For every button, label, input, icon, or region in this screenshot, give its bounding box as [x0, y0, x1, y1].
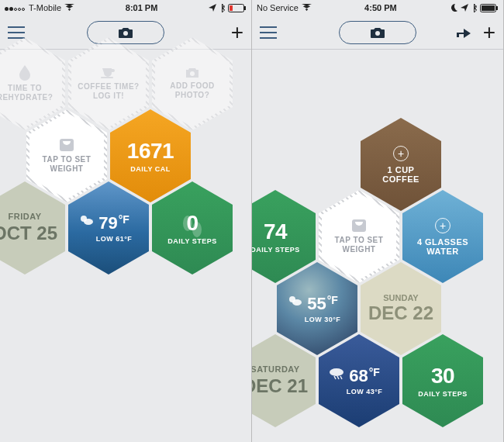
temp-value: 79	[98, 213, 117, 233]
hex-water[interactable]: + 4 GLASSES WATER	[402, 190, 483, 283]
plus-circle-icon: +	[435, 218, 450, 233]
hex-steps[interactable]: 0 DAILY STEPS	[152, 181, 233, 275]
water-drop-icon	[18, 65, 32, 81]
camera-icon	[117, 26, 134, 39]
coffee-label: 1 CUP COFFEE	[382, 165, 419, 184]
hex-add-food[interactable]: ADD FOOD PHOTO?	[152, 37, 233, 130]
temp-value: 55	[307, 294, 326, 313]
temp-value: 68	[349, 366, 368, 385]
temp-low: LOW 61°F	[96, 235, 133, 243]
temp-unit: °F	[369, 366, 380, 378]
hex-coffee[interactable]: + 1 CUP COFFEE	[361, 118, 441, 211]
cal-label: DAILY CAL	[130, 165, 171, 173]
wifi-icon	[302, 4, 312, 12]
camera-icon	[369, 26, 386, 39]
hex-daily-cal[interactable]: 1671 DAILY CAL	[110, 109, 191, 202]
bluetooth-icon	[219, 4, 225, 12]
plus-circle-icon: +	[393, 146, 409, 161]
scale-icon	[351, 219, 367, 233]
phone-right: No Service 4:50 PM + + 1 CUP COFFEE 74 D…	[252, 0, 504, 442]
svg-rect-1	[244, 6, 246, 10]
wifi-icon	[64, 4, 74, 12]
scale-icon	[59, 138, 74, 152]
temp-low: LOW 30°F	[305, 316, 341, 323]
hex-date-sun[interactable]: SUNDAY DEC 22	[361, 262, 441, 355]
status-bar: No Service 4:50 PM	[252, 0, 503, 16]
date-day: SATURDAY	[252, 364, 300, 374]
hex-steps-30[interactable]: 30 DAILY STEPS	[402, 334, 483, 427]
svg-rect-4	[101, 77, 113, 78]
temp-low: LOW 43°F	[347, 388, 383, 395]
date-value: OCT 25	[0, 223, 57, 244]
coffee-cup-icon	[101, 67, 116, 79]
carrier-label: No Service	[257, 3, 299, 12]
hex-set-weight[interactable]: TAP TO SET WEIGHT	[26, 109, 107, 202]
camera-icon	[185, 67, 200, 78]
water-label: 4 GLASSES WATER	[417, 237, 468, 256]
date-day: SUNDAY	[383, 293, 418, 302]
bluetooth-icon	[471, 4, 477, 12]
svg-rect-2	[230, 5, 233, 11]
menu-button[interactable]	[260, 26, 277, 39]
svg-point-8	[84, 219, 93, 225]
nav-bar: +	[0, 16, 251, 50]
cal-value: 1671	[127, 139, 174, 164]
hex-grid-left[interactable]: TIME TO REHYDRATE? COFFEE TIME? LOG IT! …	[0, 50, 251, 442]
hex-weather-55[interactable]: 55°F LOW 30°F	[277, 262, 357, 355]
steps-value: 74	[264, 219, 287, 244]
add-button[interactable]: +	[483, 22, 495, 43]
hex-coffee-prompt[interactable]: COFFEE TIME? LOG IT!	[68, 37, 149, 130]
add-button[interactable]: +	[231, 22, 243, 43]
location-icon	[209, 4, 216, 12]
weather-icon	[78, 214, 95, 226]
temp-unit: °F	[119, 213, 129, 226]
status-time: 4:50 PM	[364, 3, 397, 12]
svg-point-14	[375, 31, 380, 36]
steps-value: 30	[431, 364, 454, 388]
steps-label: DAILY STEPS	[167, 237, 217, 245]
battery-icon	[480, 4, 499, 12]
location-icon	[461, 4, 468, 12]
hex-weather[interactable]: 79°F LOW 61°F	[68, 181, 149, 275]
storm-icon	[328, 367, 345, 381]
share-icon[interactable]	[457, 26, 472, 39]
camera-button[interactable]	[339, 21, 416, 44]
weather-icon	[286, 295, 303, 307]
svg-point-17	[292, 299, 302, 306]
camera-button[interactable]	[87, 21, 164, 44]
battery-icon	[228, 4, 247, 12]
hex-set-weight[interactable]: TAP TO SET WEIGHT	[319, 190, 399, 283]
dnd-moon-icon	[450, 4, 457, 12]
steps-label: DAILY STEPS	[252, 246, 300, 254]
svg-point-5	[190, 71, 195, 76]
status-bar: T-Mobile 8:01 PM	[0, 0, 251, 16]
svg-point-18	[330, 368, 343, 376]
date-value: DEC 21	[252, 375, 308, 397]
date-value: DEC 22	[368, 302, 433, 324]
carrier-label: T-Mobile	[29, 3, 61, 12]
temp-unit: °F	[327, 294, 338, 306]
nav-bar: +	[252, 16, 503, 50]
date-day: FRIDAY	[9, 212, 42, 221]
svg-rect-13	[482, 5, 495, 11]
menu-button[interactable]	[8, 26, 25, 39]
status-time: 8:01 PM	[126, 3, 158, 12]
hex-grid-right[interactable]: + 1 CUP COFFEE 74 DAILY STEPS TAP TO SET…	[252, 50, 503, 442]
signal-dots-icon	[5, 3, 26, 12]
steps-label: DAILY STEPS	[418, 390, 468, 398]
hex-weather-68[interactable]: 68°F LOW 43°F	[319, 334, 399, 427]
steps-value: 0	[186, 211, 198, 236]
phone-left: T-Mobile 8:01 PM + TIME TO REHYDRATE? CO…	[0, 0, 252, 442]
svg-point-3	[123, 31, 128, 36]
svg-rect-12	[496, 6, 498, 10]
